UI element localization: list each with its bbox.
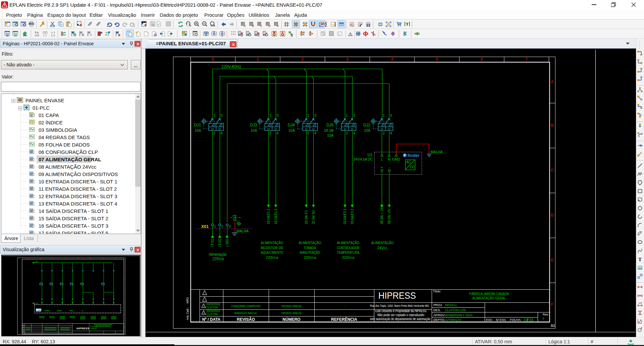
svg-text:3: 3 — [346, 57, 348, 62]
svg-text:ALIMENTAÇÃO: ALIMENTAÇÃO — [371, 241, 393, 245]
svg-text:DEPTO.: DEPTO. — [433, 318, 445, 322]
svg-text:DES.: DES. — [433, 308, 441, 312]
svg-text:3: 3 — [221, 113, 223, 117]
svg-text:CONTROLADOR: CONTROLADOR — [337, 246, 359, 250]
svg-text:REVISÃO: REVISÃO — [237, 317, 255, 322]
svg-text:08.0A/ -0V: 08.0A/ -0V — [387, 209, 391, 224]
svg-text:/ NG: / NG — [225, 238, 229, 247]
svg-text:1: 1 — [383, 113, 385, 117]
svg-text:7: 7 — [526, 57, 528, 62]
svg-text:3: 3 — [277, 113, 279, 117]
svg-text:AQUECIMENTO: AQUECIMENTO — [261, 250, 283, 254]
svg-text:DJ4: DJ4 — [288, 123, 295, 127]
svg-text:4: 4 — [314, 131, 316, 135]
svg-text:D: D — [268, 24, 271, 27]
svg-text:0: 0 — [203, 312, 204, 315]
svg-text:5: 5 — [436, 57, 438, 62]
svg-text:-PE: -PE — [232, 214, 237, 218]
svg-text:1: 1 — [346, 113, 348, 117]
svg-text:AUTOMAÇÃO: AUTOMAÇÃO — [445, 318, 461, 322]
svg-text:I>: I> — [211, 127, 214, 131]
svg-text:NRO: NRO — [186, 297, 189, 303]
svg-text:09.6A/F3.2: 09.6A/F3.2 — [350, 209, 354, 224]
svg-text:B: B — [551, 123, 554, 128]
svg-text:DJ2: DJ2 — [363, 123, 371, 127]
svg-text:2: 2 — [269, 131, 271, 135]
svg-text:DJ1: DJ1 — [194, 123, 201, 127]
svg-text:4: 4 — [391, 57, 393, 62]
svg-text:2: 2 — [383, 131, 385, 135]
svg-text:FOLHA:: FOLHA: — [510, 318, 521, 322]
svg-text:2: 2 — [346, 131, 348, 135]
svg-text:1: 1 — [203, 305, 204, 308]
svg-text:Não pode ser copiado o reprodu: Não pode ser copiado o reproduzido — [377, 313, 424, 317]
svg-text:1: 1 — [214, 224, 216, 228]
svg-text:sem autorização do departament: sem autorização do departamento de autom… — [370, 317, 430, 321]
svg-text:19.0A/F1.1: 19.0A/F1.1 — [266, 209, 270, 224]
svg-text:+: + — [381, 165, 383, 169]
svg-text:ALIMENTAÇÃO: ALIMENTAÇÃO — [337, 241, 359, 245]
svg-text:A3: A3 — [551, 324, 555, 328]
svg-text:1: 1 — [269, 113, 271, 117]
svg-text:U1: U1 — [368, 153, 373, 157]
svg-text:PROJ.: PROJ. — [433, 303, 443, 307]
svg-text:0: 0 — [542, 317, 544, 320]
svg-text:6: 6 — [481, 57, 483, 62]
svg-text:ESC: ESC — [486, 318, 493, 322]
svg-text:WFS/CLL: WFS/CLL — [445, 303, 457, 307]
svg-text:A: A — [551, 79, 554, 84]
svg-text:1: 1 — [213, 113, 215, 117]
svg-text:S/ ESC: S/ ESC — [496, 318, 506, 322]
svg-text:220Vca: 220Vca — [212, 256, 224, 261]
svg-text:3: 3 — [353, 113, 355, 117]
svg-text:1: 1 — [257, 57, 259, 62]
svg-text:I>: I> — [219, 127, 221, 131]
svg-text:X01: X01 — [201, 224, 209, 229]
svg-text:-: - — [343, 311, 344, 315]
svg-text:3: 3 — [229, 224, 231, 228]
svg-text:10A: 10A — [327, 133, 334, 137]
svg-text:HP2021-008-02: HP2021-008-02 — [281, 311, 302, 315]
svg-text:FÁBRICA JARDIM CANADÁ: FÁBRICA JARDIM CANADÁ — [469, 292, 509, 296]
svg-text:19.0A/F1.2: 19.0A/F1.2 — [274, 209, 278, 224]
svg-text:I>: I> — [344, 127, 346, 131]
svg-text:08.0A/ + 24V: 08.0A/ + 24V — [380, 206, 384, 224]
svg-text:10A: 10A — [364, 128, 371, 132]
svg-text:220Vca: 220Vca — [304, 255, 316, 260]
svg-text:CLAYTON: CLAYTON — [206, 312, 218, 316]
svg-text:Rev.: Rev. — [543, 313, 549, 316]
svg-text:-: - — [343, 304, 344, 308]
svg-text:128: 128 — [331, 23, 336, 26]
svg-text:24V/4,5A DC: 24V/4,5A DC — [353, 158, 373, 161]
svg-text:1 2: 1 2 — [51, 34, 55, 37]
svg-text:MANUTENÇÃO: MANUTENÇÃO — [300, 250, 320, 254]
svg-text:B: B — [252, 24, 254, 27]
svg-text:-: - — [389, 165, 390, 169]
svg-text:HIPRESS: HIPRESS — [76, 327, 90, 330]
svg-text:I>: I> — [381, 127, 383, 131]
svg-text:T: T — [638, 257, 642, 262]
svg-text:HIPRESS: HIPRESS — [378, 291, 416, 301]
svg-text:I>: I> — [312, 127, 315, 131]
svg-text:EMISSÃO INICIAL: EMISSÃO INICIAL — [234, 311, 257, 315]
svg-text:MALHA: MALHA — [431, 150, 443, 154]
svg-text:23: 23 — [529, 318, 533, 322]
svg-text:3: 3 — [390, 113, 392, 117]
svg-text:/ F2G: / F2G — [218, 238, 222, 247]
svg-text:01/02/2022: 01/02/2022 — [206, 302, 220, 306]
svg-text:220V: 220V — [35, 261, 39, 263]
svg-text:MALHA: MALHA — [236, 229, 249, 233]
svg-text:1 2: 1 2 — [43, 34, 47, 37]
svg-text:I>: I> — [351, 127, 354, 131]
svg-text:10A: 10A — [195, 128, 201, 132]
svg-text:DJ3: DJ3 — [250, 123, 257, 127]
svg-text:NÚMERO: NÚMERO — [282, 317, 300, 322]
svg-text:4: 4 — [221, 131, 223, 135]
svg-text:RESISTOR DE: RESISTOR DE — [261, 246, 283, 250]
svg-text:24Vcc: 24Vcc — [377, 246, 388, 250]
svg-text:123: 123 — [35, 34, 39, 37]
svg-text:◐UPD: ◐UPD — [36, 309, 41, 311]
svg-text:I>: I> — [388, 127, 390, 131]
svg-text:AC: AC — [406, 160, 411, 164]
svg-text:Título:: Título: — [433, 290, 441, 293]
